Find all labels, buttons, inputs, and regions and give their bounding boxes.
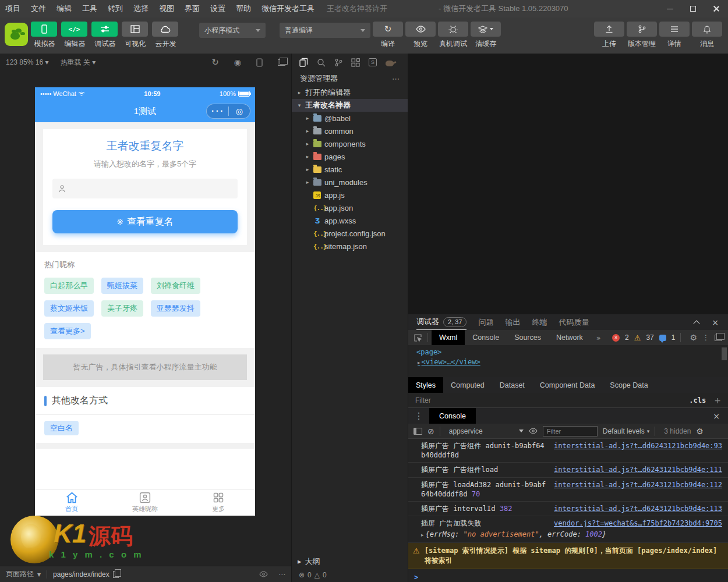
compile-button[interactable]: ↻ 编译 (373, 22, 403, 49)
open-editors-row[interactable]: ▸ 打开的编辑器 (292, 86, 408, 99)
menu-edit[interactable]: 编辑 (51, 0, 77, 17)
tab-terminal[interactable]: 终端 (532, 314, 547, 330)
devtools-tab-network[interactable]: Network (549, 330, 591, 345)
theme-teapot-icon[interactable] (386, 61, 394, 66)
debugger-toggle-button[interactable]: 调试器 (91, 22, 119, 49)
sitemap-warning-row[interactable]: ⚠ [sitemap 索引情况提示] 根据 sitemap 的规则[0]，当前页… (408, 543, 728, 569)
context-select[interactable]: appservice (449, 427, 524, 435)
cloud-dev-button[interactable]: 云开发 (152, 22, 179, 49)
tree-item-babel[interactable]: ▸ @babel (292, 112, 408, 125)
nickname-tag[interactable]: 白起那么早 (44, 278, 94, 294)
tab-computed[interactable]: Computed (443, 377, 492, 393)
source-link[interactable]: interstitial-ad.js?t…d6243121bcb9d4e:113 (554, 504, 722, 513)
tab-output[interactable]: 输出 (505, 314, 520, 330)
warning-badge-icon[interactable]: ⚠ (634, 333, 641, 342)
collapse-panel-icon[interactable] (694, 320, 700, 327)
more-tabs-icon[interactable]: » (591, 333, 607, 342)
name-input[interactable] (69, 184, 232, 193)
version-control-button[interactable]: 版本管理 (627, 22, 657, 49)
remote-debug-button[interactable]: 真机调试 (438, 22, 468, 49)
tree-item-project-config[interactable]: {..} project.config.json (292, 227, 408, 240)
exit-target-icon[interactable]: ◎ (229, 107, 250, 116)
source-link[interactable]: interstitial-ad.js?t…dd6243121bcb9d4e:93 (554, 441, 722, 460)
wxml-page-node[interactable]: <page> (416, 348, 728, 356)
record-icon[interactable]: ◉ (234, 58, 241, 67)
tab-component-data[interactable]: Component Data (532, 377, 603, 393)
tab-debugger[interactable]: 调试器 2, 37 (416, 314, 467, 330)
multi-window-icon[interactable] (278, 59, 285, 66)
log-row[interactable]: 插屏 广告加载失败 vendor.js?t=wechat&s…f75bf2b74… (408, 516, 728, 530)
maximize-button[interactable] (681, 0, 705, 17)
eye-icon[interactable] (529, 428, 538, 434)
log-row[interactable]: 插屏广告 广告组件load interstitial-ad.js?t…d6243… (408, 463, 728, 477)
console-prompt[interactable]: > (408, 569, 728, 582)
clear-cache-button[interactable]: 清缓存 (471, 22, 501, 49)
simulator-toggle-button[interactable]: 模拟器 (31, 22, 58, 49)
tab-more[interactable]: 更多 (182, 489, 255, 516)
tab-home[interactable]: 首页 (35, 489, 108, 516)
source-link[interactable]: interstitial-ad.js?t…d6243121bcb9d4e:112 (554, 480, 722, 499)
log-row[interactable]: 插屏广告 广告组件 adunit-b9abf64b40dddf8d inters… (408, 439, 728, 463)
tree-item-static[interactable]: ▸ static (292, 163, 408, 176)
files-icon[interactable] (299, 58, 308, 67)
visualizer-toggle-button[interactable]: 可视化 (122, 22, 149, 49)
tree-item-app-json[interactable]: {..} app.json (292, 201, 408, 214)
tab-hero-nicknames[interactable]: 英雄昵称 (108, 489, 182, 516)
more-actions-icon[interactable]: ⋯ (392, 74, 400, 83)
popout-icon[interactable] (715, 335, 722, 341)
close-button[interactable] (705, 0, 728, 17)
console-tab[interactable]: Console (429, 408, 476, 424)
check-duplicate-button[interactable]: ※ 查看重复名 (52, 210, 238, 233)
log-row[interactable]: 插屏广告 loadAd382 adunit-b9abf64b40dddf8d 7… (408, 478, 728, 502)
device-selector[interactable]: 123 85% 16 ▾ (6, 58, 48, 66)
scrollbar-thumb[interactable] (722, 347, 727, 360)
project-root-row[interactable]: ▾ 王者改名神器 (292, 99, 408, 112)
tree-item-common[interactable]: ▸ common (292, 125, 408, 137)
extensions-icon[interactable] (351, 58, 360, 67)
eye-icon[interactable] (259, 571, 268, 577)
wxml-tree-view[interactable]: <page> ▸<view>…</view> (408, 345, 728, 377)
tab-dataset[interactable]: Dataset (492, 377, 532, 393)
more-dots-icon[interactable]: • • • (207, 108, 228, 114)
devtools-tab-console[interactable]: Console (465, 330, 507, 345)
nickname-tag[interactable]: 美子牙疼 (101, 300, 143, 317)
compile-mode-select[interactable]: 普通编译 (280, 23, 370, 38)
tab-problems[interactable]: 问题 (478, 314, 493, 330)
copy-path-icon[interactable] (113, 571, 119, 578)
inspect-element-icon[interactable] (414, 333, 422, 342)
source-link[interactable]: interstitial-ad.js?t…d6243121bcb9d4e:111 (554, 465, 722, 474)
devtools-tab-sources[interactable]: Sources (507, 330, 549, 345)
source-link[interactable]: vendor.js?t=wechat&s…f75bf2b7423bd4:9705 (554, 519, 722, 528)
tree-item-uni-modules[interactable]: ▸ uni_modules (292, 176, 408, 189)
styles-filter-input[interactable] (415, 396, 683, 404)
search-icon[interactable] (317, 58, 326, 67)
tree-item-sitemap[interactable]: {..} sitemap.json (292, 240, 408, 253)
menu-devtools[interactable]: 微信开发者工具 (256, 0, 320, 17)
reload-icon[interactable]: ↻ (211, 57, 219, 68)
tab-styles[interactable]: Styles (408, 377, 443, 393)
console-sidebar-icon[interactable] (414, 428, 422, 435)
mode-select[interactable]: 小程序模式 (199, 23, 266, 38)
menu-interface[interactable]: 界面 (179, 0, 205, 17)
see-more-tag[interactable]: 查看更多> (44, 323, 91, 339)
menu-file[interactable]: 文件 (26, 0, 51, 17)
blank-name-tag[interactable]: 空白名 (44, 421, 79, 435)
tree-item-app-wxss[interactable]: Ʒ app.wxss (292, 214, 408, 227)
menu-project[interactable]: 项目 (0, 0, 26, 17)
menu-goto[interactable]: 转到 (103, 0, 128, 17)
page-path-label[interactable]: 页面路径 (6, 569, 34, 579)
menu-tools[interactable]: 工具 (77, 0, 103, 17)
tree-item-pages[interactable]: ▸ pages (292, 150, 408, 163)
phone-frame-icon[interactable] (256, 58, 263, 67)
preview-button[interactable]: 预览 (405, 22, 436, 49)
nickname-tag[interactable]: 刘禅食纤维 (151, 278, 200, 294)
messages-button[interactable]: 消息 (692, 22, 722, 49)
more-icon[interactable]: ⋯ (278, 570, 285, 579)
nickname-tag[interactable]: 甄姬拔菜 (101, 278, 143, 294)
hot-reload-toggle[interactable]: 热重载 关 ▾ (60, 58, 96, 68)
outline-row[interactable]: ▸ 大纲 (292, 555, 408, 568)
editor-toggle-button[interactable]: </> 编辑器 (61, 22, 89, 49)
problems-row[interactable]: ⊗ 0 △ 0 (292, 568, 408, 582)
close-panel-icon[interactable]: × (712, 318, 719, 327)
menu-select[interactable]: 选择 (128, 0, 154, 17)
